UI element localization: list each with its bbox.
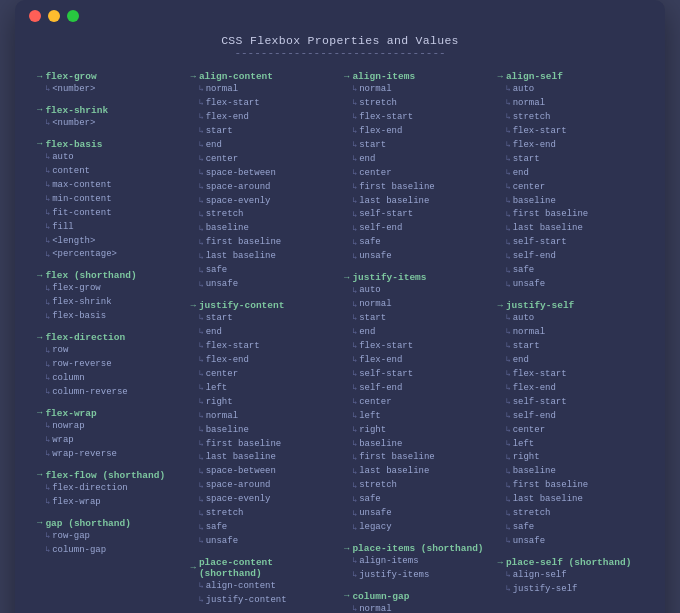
property-value: self-end [498, 410, 644, 424]
property-value: flex-start [344, 340, 490, 354]
property-value: first baseline [344, 451, 490, 465]
property-value: flex-start [191, 97, 337, 111]
property-value: flex-start [344, 111, 490, 125]
property-value: last baseline [498, 493, 644, 507]
property-value: left [344, 410, 490, 424]
property-value: unsafe [498, 278, 644, 292]
property-value: start [498, 340, 644, 354]
property-name: flex-basis [37, 139, 183, 150]
property-value: space-between [191, 465, 337, 479]
property-value: wrap-reverse [37, 448, 183, 462]
property-value: start [344, 139, 490, 153]
property-value: stretch [191, 208, 337, 222]
section-flex-shrink: flex-shrink<number> [37, 105, 183, 131]
property-value: self-start [498, 396, 644, 410]
property-value: last baseline [191, 250, 337, 264]
property-value: <percentage> [37, 248, 183, 262]
property-value: left [498, 438, 644, 452]
property-value: space-evenly [191, 195, 337, 209]
property-name: align-self [498, 71, 644, 82]
section-justify-self: justify-selfautonormalstartendflex-start… [498, 300, 644, 549]
property-value: unsafe [498, 535, 644, 549]
close-button[interactable] [29, 10, 41, 22]
property-value: unsafe [191, 278, 337, 292]
property-name: flex (shorthand) [37, 270, 183, 281]
property-name: flex-grow [37, 71, 183, 82]
property-value: flex-wrap [37, 496, 183, 510]
property-value: flex-end [344, 354, 490, 368]
section-align-self: align-selfautonormalstretchflex-startfle… [498, 71, 644, 292]
property-value: start [191, 312, 337, 326]
column-3: align-itemsnormalstretchflex-startflex-e… [340, 71, 494, 613]
property-value: safe [498, 264, 644, 278]
property-value: safe [498, 521, 644, 535]
property-value: flex-end [498, 139, 644, 153]
section-place-items-shorthand: place-items (shorthand)align-itemsjustif… [344, 543, 490, 583]
minimize-button[interactable] [48, 10, 60, 22]
section-flex-grow: flex-grow<number> [37, 71, 183, 97]
header-divider: -------------------------------- [15, 47, 665, 59]
property-value: unsafe [344, 250, 490, 264]
property-value: end [191, 139, 337, 153]
property-value: wrap [37, 434, 183, 448]
section-place-content-shorthand: place-content (shorthand)align-contentju… [191, 557, 337, 608]
property-value: space-around [191, 181, 337, 195]
property-value: last baseline [344, 195, 490, 209]
property-value: self-start [344, 368, 490, 382]
property-name: justify-self [498, 300, 644, 311]
property-value: justify-self [498, 583, 644, 597]
column-1: flex-grow<number>flex-shrink<number>flex… [33, 71, 187, 613]
maximize-button[interactable] [67, 10, 79, 22]
section-align-items: align-itemsnormalstretchflex-startflex-e… [344, 71, 490, 264]
property-value: auto [344, 284, 490, 298]
property-value: column [37, 372, 183, 386]
property-name: flex-flow (shorthand) [37, 470, 183, 481]
section-justify-content: justify-contentstartendflex-startflex-en… [191, 300, 337, 549]
property-value: self-end [344, 382, 490, 396]
property-value: center [498, 424, 644, 438]
property-value: end [191, 326, 337, 340]
property-value: first baseline [498, 208, 644, 222]
property-value: center [498, 181, 644, 195]
section-flex-direction: flex-directionrowrow-reversecolumncolumn… [37, 332, 183, 400]
property-value: space-around [191, 479, 337, 493]
property-value: flex-end [191, 111, 337, 125]
property-value: baseline [191, 424, 337, 438]
property-value: self-end [498, 250, 644, 264]
property-value: normal [344, 603, 490, 613]
property-name: gap (shorthand) [37, 518, 183, 529]
page-title: CSS Flexbox Properties and Values [15, 34, 665, 47]
column-4: align-selfautonormalstretchflex-startfle… [494, 71, 648, 613]
property-value: last baseline [498, 222, 644, 236]
property-value: normal [191, 410, 337, 424]
property-value: end [498, 167, 644, 181]
property-name: place-content (shorthand) [191, 557, 337, 579]
content-grid: flex-grow<number>flex-shrink<number>flex… [15, 69, 665, 613]
property-value: right [498, 451, 644, 465]
property-name: place-self (shorthand) [498, 557, 644, 568]
property-value: normal [344, 83, 490, 97]
property-value: row-reverse [37, 358, 183, 372]
property-value: align-items [344, 555, 490, 569]
property-value: stretch [498, 111, 644, 125]
property-value: max-content [37, 179, 183, 193]
property-value: auto [498, 83, 644, 97]
section-justify-items: justify-itemsautonormalstartendflex-star… [344, 272, 490, 535]
property-value: flex-direction [37, 482, 183, 496]
property-value: column-reverse [37, 386, 183, 400]
property-value: first baseline [344, 181, 490, 195]
property-value: <number> [37, 83, 183, 97]
property-value: self-start [498, 236, 644, 250]
titlebar [15, 0, 665, 30]
section-gap-shorthand: gap (shorthand)row-gapcolumn-gap [37, 518, 183, 558]
property-value: normal [498, 326, 644, 340]
property-name: column-gap [344, 591, 490, 602]
property-value: fill [37, 221, 183, 235]
property-value: row [37, 344, 183, 358]
property-value: content [37, 165, 183, 179]
property-value: center [191, 153, 337, 167]
column-2: align-contentnormalflex-startflex-endsta… [187, 71, 341, 613]
property-value: safe [191, 264, 337, 278]
property-value: space-evenly [191, 493, 337, 507]
property-value: stretch [344, 97, 490, 111]
